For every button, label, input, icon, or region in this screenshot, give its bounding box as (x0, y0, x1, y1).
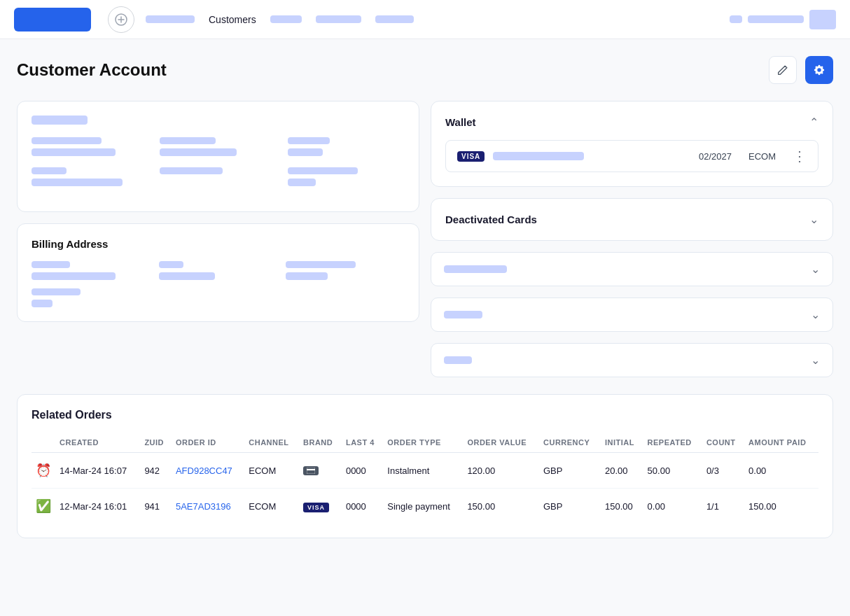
col-initial: INITIAL (601, 433, 643, 453)
nav-placeholder-2 (270, 15, 302, 23)
currency-cell: GBP (539, 489, 601, 524)
count-cell: 1/1 (702, 489, 744, 524)
left-column: Billing Address (17, 101, 419, 383)
deactivated-item-1[interactable]: ⌄ (431, 252, 833, 286)
settings-button[interactable] (805, 56, 833, 84)
col-order-type: ORDER TYPE (383, 433, 463, 453)
header-actions (769, 56, 833, 84)
zuid-cell: 942 (140, 453, 172, 489)
ph (32, 167, 67, 174)
ph (288, 178, 316, 186)
channel-cell: ECOM (244, 453, 299, 489)
repeated-cell: 50.00 (643, 453, 702, 489)
col-order-id: ORDER ID (172, 433, 244, 453)
status-pending-icon: ⏰ (36, 463, 51, 477)
brand-cell (299, 453, 342, 489)
order-id-cell: 5AE7AD3196 (172, 489, 244, 524)
customer-ph-group (32, 137, 405, 156)
col-currency: CURRENCY (539, 433, 601, 453)
initial-cell: 20.00 (601, 453, 643, 489)
col-count: COUNT (702, 433, 744, 453)
col-last4: LAST 4 (342, 433, 383, 453)
ph (32, 261, 70, 268)
last4-cell: 0000 (342, 453, 383, 489)
col-status (32, 433, 55, 453)
created-cell: 12-Mar-24 16:01 (55, 489, 140, 524)
repeated-cell: 0.00 (643, 489, 702, 524)
nav-right-ph2 (748, 15, 804, 23)
wallet-card-item: VISA 02/2027 ECOM ⋮ (445, 140, 818, 172)
col-amount-paid: AMOUNT PAID (744, 433, 818, 453)
wallet-collapse-icon[interactable]: ⌃ (809, 115, 818, 129)
nav-add-button[interactable] (108, 6, 134, 33)
ph (286, 261, 356, 268)
ph (160, 167, 223, 174)
order-value-cell: 150.00 (463, 489, 539, 524)
main-grid: Billing Address (17, 101, 833, 383)
customer-info-card (17, 101, 419, 212)
page-content: Customer Account (0, 39, 850, 555)
billing-title: Billing Address (32, 238, 405, 250)
brand-cell: VISA (299, 489, 342, 524)
page-title: Customer Account (17, 60, 167, 80)
card-menu-button[interactable]: ⋮ (793, 149, 807, 163)
order-id-link[interactable]: AFD928CC47 (176, 465, 232, 476)
wallet-header: Wallet ⌃ (445, 115, 818, 129)
deactivated-item-3[interactable]: ⌄ (431, 343, 833, 377)
top-navigation: Customers (0, 0, 850, 39)
svg-rect-1 (307, 468, 315, 474)
order-id-link[interactable]: 5AE7AD3196 (176, 501, 231, 512)
item3-collapse-icon[interactable]: ⌄ (811, 354, 820, 367)
item1-collapse-icon[interactable]: ⌄ (811, 262, 820, 276)
col-channel: CHANNEL (244, 433, 299, 453)
nav-right-ph1 (730, 15, 742, 23)
deactivated-header: Deactivated Cards ⌄ (445, 213, 818, 226)
right-column: Wallet ⌃ VISA 02/2027 ECOM ⋮ Deactivated… (431, 101, 833, 383)
visa-badge: VISA (457, 151, 485, 162)
status-success-icon: ✅ (36, 499, 51, 513)
edit-button[interactable] (769, 56, 797, 84)
nav-items: Customers (146, 14, 718, 25)
wallet-title: Wallet (445, 116, 476, 128)
created-cell: 14-Mar-24 16:07 (55, 453, 140, 489)
billing-ph-group (32, 261, 405, 280)
ph (32, 148, 116, 156)
deactivated-collapse-icon[interactable]: ⌄ (809, 213, 818, 226)
currency-cell: GBP (539, 453, 601, 489)
item2-collapse-icon[interactable]: ⌄ (811, 308, 820, 321)
col-zuid: ZUID (140, 433, 172, 453)
nav-placeholder-4 (375, 15, 414, 23)
nav-logo[interactable] (14, 8, 91, 31)
ph (444, 356, 472, 364)
deactivated-item-2[interactable]: ⌄ (431, 298, 833, 332)
order-value-cell: 120.00 (463, 453, 539, 489)
deactivated-title: Deactivated Cards (445, 214, 537, 225)
nav-avatar[interactable] (809, 10, 836, 29)
card-expiry: 02/2027 (699, 151, 732, 162)
deactivated-cards-card: Deactivated Cards ⌄ (431, 198, 833, 241)
card-number-placeholder (493, 152, 584, 160)
ph (159, 272, 215, 280)
billing-ph-row2 (32, 288, 405, 307)
related-orders-card: Related Orders CREATED ZUID ORDER ID CHA… (17, 394, 833, 538)
customer-ph-title (32, 115, 88, 125)
order-type-cell: Instalment (383, 453, 463, 489)
order-id-cell: AFD928CC47 (172, 453, 244, 489)
ph (32, 300, 53, 307)
table-row: ✅ 12-Mar-24 16:01 941 5AE7AD3196 ECOM VI… (32, 489, 818, 524)
ph (444, 265, 507, 273)
initial-cell: 150.00 (601, 489, 643, 524)
ph (32, 137, 102, 144)
page-header: Customer Account (17, 56, 833, 84)
channel-cell: ECOM (244, 489, 299, 524)
billing-address-card: Billing Address (17, 223, 419, 322)
nav-customers[interactable]: Customers (209, 14, 256, 25)
nav-right (730, 10, 836, 29)
ph (32, 272, 116, 280)
zuid-cell: 941 (140, 489, 172, 524)
wallet-card: Wallet ⌃ VISA 02/2027 ECOM ⋮ (431, 101, 833, 187)
status-cell: ✅ (32, 489, 55, 524)
orders-table: CREATED ZUID ORDER ID CHANNEL BRAND LAST… (32, 433, 818, 524)
ph (160, 137, 216, 144)
related-orders-title: Related Orders (32, 409, 818, 421)
